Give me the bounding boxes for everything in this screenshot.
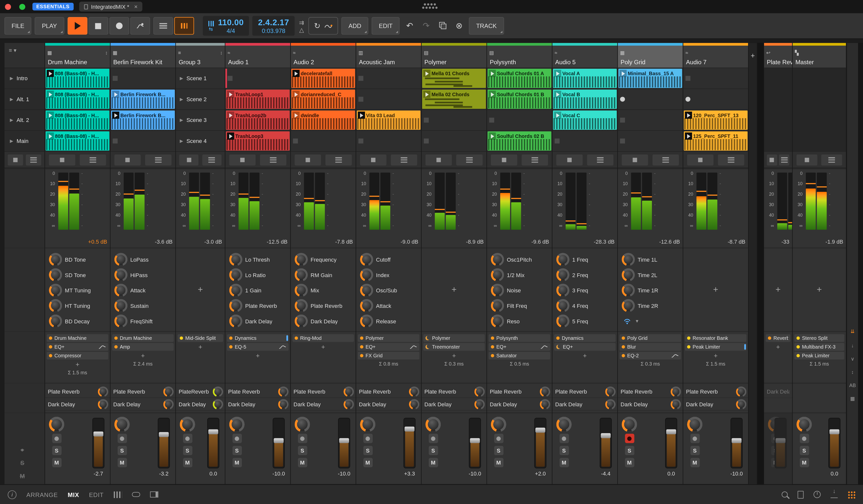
clip-slot-empty[interactable] xyxy=(487,110,552,131)
solo-button[interactable]: S xyxy=(800,446,809,455)
device-row[interactable]: EQ+ xyxy=(47,343,108,351)
macro-knob[interactable] xyxy=(50,269,61,280)
record-arm-button[interactable] xyxy=(560,434,569,443)
record-arm-button[interactable] xyxy=(233,434,242,443)
send-knob[interactable] xyxy=(99,387,107,395)
undo-icon[interactable]: ↶ xyxy=(403,21,416,31)
macro-knob[interactable] xyxy=(115,285,126,296)
mute-button[interactable]: M xyxy=(690,458,699,467)
panel-toggle-icon[interactable] xyxy=(150,492,158,497)
device-row[interactable]: FX Grid xyxy=(358,352,419,360)
clip-slot[interactable]: Soulful Chords 02 B xyxy=(487,131,552,152)
add-macro-plus[interactable]: + xyxy=(776,285,781,295)
close-window-button[interactable] xyxy=(5,3,11,10)
macro-knob[interactable] xyxy=(558,316,568,327)
clip-play-icon[interactable] xyxy=(47,70,54,77)
send-knob[interactable] xyxy=(606,387,615,395)
solo-button[interactable]: S xyxy=(363,446,372,455)
device-row[interactable]: EQ-5 xyxy=(227,343,289,351)
macro-knob[interactable] xyxy=(296,254,307,265)
scene-play-icon[interactable]: ▶ xyxy=(10,118,13,123)
send-row[interactable]: Dark Delay xyxy=(683,398,748,411)
fader-handle[interactable] xyxy=(776,438,786,443)
alt-launcher-button[interactable] xyxy=(326,154,351,165)
macro-knob[interactable] xyxy=(50,300,61,311)
clip-slot-empty[interactable] xyxy=(291,131,356,152)
clip-play-icon[interactable] xyxy=(292,91,300,98)
device-row[interactable]: EQ+ xyxy=(358,343,419,351)
macro-knob[interactable] xyxy=(361,316,372,327)
volume-fader[interactable] xyxy=(828,418,840,468)
file-menu-button[interactable]: FILE xyxy=(4,17,32,35)
alt-launcher-button[interactable] xyxy=(260,154,286,165)
stop-clips-button[interactable] xyxy=(360,154,386,165)
fill-mode-button[interactable] xyxy=(174,17,193,35)
clip-play-icon[interactable] xyxy=(112,112,120,119)
device-row[interactable]: Amp xyxy=(112,343,174,351)
clip-slot[interactable]: Vocal A xyxy=(552,68,617,89)
record-arm-button[interactable] xyxy=(428,434,438,443)
send-knob[interactable] xyxy=(345,387,353,395)
macro-knob[interactable] xyxy=(296,300,307,311)
alt-launcher-button[interactable] xyxy=(26,154,41,165)
record-arm-button[interactable] xyxy=(690,434,699,443)
alt-launcher-button[interactable] xyxy=(779,154,790,165)
clip-play-icon[interactable] xyxy=(554,70,561,77)
send-knob[interactable] xyxy=(214,400,222,408)
clip-slot[interactable]: Mella 02 Chords xyxy=(422,89,487,110)
fader-handle[interactable] xyxy=(339,438,349,443)
pan-knob[interactable] xyxy=(361,418,374,431)
send-row[interactable]: Plate Reverb xyxy=(225,385,290,398)
clip-play-icon[interactable] xyxy=(489,70,496,77)
clip-slot-empty[interactable] xyxy=(225,68,290,89)
device-row[interactable]: Ring-Mod xyxy=(292,334,354,342)
record-arm-button[interactable] xyxy=(52,434,61,443)
send-knob[interactable] xyxy=(606,400,615,408)
mixer-sections-icon[interactable] xyxy=(114,491,122,498)
add-device-button[interactable]: + xyxy=(225,352,290,360)
add-device-button[interactable]: + xyxy=(45,361,110,368)
fader-handle[interactable] xyxy=(536,428,546,432)
send-row[interactable]: Plate Reverb xyxy=(356,385,421,398)
macro-knob[interactable] xyxy=(230,285,241,296)
track-header[interactable]: ▦↕Drum Machine xyxy=(45,43,110,68)
add-macro-plus[interactable]: + xyxy=(817,285,822,295)
fader-handle[interactable] xyxy=(601,433,611,438)
volume-fader[interactable] xyxy=(92,418,104,468)
clip-slot[interactable]: Berlin Firework B... xyxy=(110,110,175,131)
track-menu-button[interactable]: TRACK xyxy=(469,17,504,35)
clip-slot-empty[interactable] xyxy=(356,68,421,89)
add-track-button[interactable]: + xyxy=(749,52,757,60)
macro-knob[interactable] xyxy=(361,285,372,296)
track-header[interactable]: ≈Audio 2 xyxy=(291,43,356,68)
pan-knob[interactable] xyxy=(492,418,505,431)
device-row[interactable]: Blur xyxy=(620,343,681,351)
record-arm-button[interactable] xyxy=(800,434,809,443)
clip-play-icon[interactable] xyxy=(554,91,561,98)
stop-clips-button[interactable] xyxy=(115,154,140,165)
mute-button[interactable]: M xyxy=(625,458,634,467)
add-device-button[interactable]: + xyxy=(552,352,617,360)
fader-handle[interactable] xyxy=(274,438,284,443)
stop-clips-button[interactable] xyxy=(179,154,199,165)
pan-knob[interactable] xyxy=(798,418,811,431)
macro-knob[interactable] xyxy=(623,300,634,311)
clip-slot[interactable]: Vocal C xyxy=(552,110,617,131)
clip-slot-empty[interactable] xyxy=(356,89,421,110)
device-row[interactable]: Polysynth xyxy=(489,334,550,342)
fader-handle[interactable] xyxy=(829,430,839,434)
send-knob[interactable] xyxy=(672,387,680,395)
scene-row[interactable]: ▶Intro xyxy=(4,68,45,89)
pan-knob[interactable] xyxy=(558,418,571,431)
pan-knob[interactable] xyxy=(688,418,701,431)
send-row[interactable]: Plate Reverb xyxy=(618,385,683,398)
stop-clips-button[interactable] xyxy=(687,154,713,165)
device-row[interactable]: Treemonster xyxy=(423,343,485,351)
record-arm-button[interactable] xyxy=(117,434,127,443)
send-knob[interactable] xyxy=(214,387,222,395)
punch-icon[interactable]: ⇉ xyxy=(299,20,304,25)
scene-row[interactable]: ▶Main xyxy=(4,131,45,152)
macro-knob[interactable] xyxy=(623,254,634,265)
clip-slot[interactable]: 808 (Bass-08) - H... xyxy=(45,68,110,89)
track-header[interactable]: ▤Polysynth xyxy=(487,43,552,68)
